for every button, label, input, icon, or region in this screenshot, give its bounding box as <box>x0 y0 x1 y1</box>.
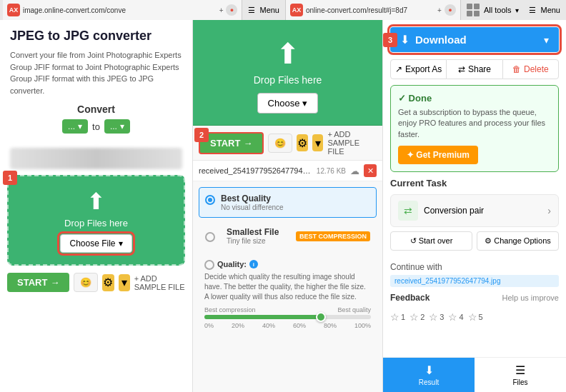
delete-icon: 🗑 <box>512 64 521 74</box>
file-size: 12.76 KB <box>317 167 346 175</box>
start-over-button[interactable]: ↺ Start over <box>390 231 472 251</box>
share-label: Share <box>468 64 491 74</box>
star-1[interactable]: ☆ 1 <box>390 311 405 323</box>
settings-button-large[interactable]: ⚙ <box>297 134 308 151</box>
left-tab[interactable]: AX image.online-convert.com/conve + ● <box>3 0 242 20</box>
upload-sm-icon: ⬆ <box>16 188 177 215</box>
all-tools-label[interactable]: All tools <box>484 6 512 14</box>
download-label: Download <box>415 34 538 46</box>
convert-label: Convert <box>10 104 182 115</box>
quality-custom-desc: Decide which quality the resulting image… <box>204 272 371 302</box>
continue-with-label: Continue with <box>390 262 559 272</box>
continue-section: Continue with received_2541977952647794.… <box>390 262 559 287</box>
change-options-button[interactable]: ⚙ Change Options <box>477 231 559 251</box>
download-chevron-icon: ▾ <box>544 34 549 46</box>
pct-0: 0% <box>204 322 214 329</box>
settings-button-small[interactable]: ⚙ <box>102 274 114 291</box>
download-icon: ⬇ <box>400 33 409 46</box>
chevron-button-large[interactable]: ▾ <box>312 134 324 151</box>
conversion-pair-row[interactable]: ⇄ Conversion pair › <box>390 194 559 227</box>
best-compression-badge: BEST COMPRESSION <box>296 231 370 241</box>
star3-icon: ☆ <box>429 311 438 323</box>
from-select[interactable]: ... ▾ <box>62 119 88 134</box>
right-tab-url: online-convert.com/result#j=8d7 <box>306 6 432 14</box>
star2-icon: ☆ <box>409 311 419 323</box>
drop-text-sm: Drop Files here <box>16 218 177 228</box>
converter-title: JPEG to JPG converter <box>10 29 182 44</box>
left-tab-url: image.online-convert.com/conve <box>23 6 217 14</box>
tab-close-icon[interactable]: ● <box>226 4 237 16</box>
tab-close2-icon[interactable]: ● <box>445 4 456 16</box>
new-tab-btn2[interactable]: + <box>437 6 442 14</box>
pct-100: 100% <box>354 322 371 329</box>
share-button[interactable]: ⇄ Share <box>447 59 502 79</box>
quality-smallest-radio[interactable] <box>205 232 215 242</box>
start-button-small[interactable]: START → <box>7 273 69 292</box>
stars-row: ☆ 1 ☆ 2 ☆ 3 ☆ 4 ☆ 5 <box>383 308 566 328</box>
premium-button[interactable]: ✦ Get Premium <box>398 146 478 164</box>
grid-icon[interactable] <box>467 4 480 16</box>
drop-zone-small[interactable]: ⬆ Drop Files here Choose File ▾ 1 <box>7 175 185 266</box>
hamburger2-icon[interactable]: ☰ <box>529 6 536 15</box>
emoji-button-small[interactable]: 😊 <box>74 273 98 292</box>
quality-label-text: Quality: <box>217 260 247 268</box>
quality-best-radio[interactable] <box>205 195 215 205</box>
star5-icon: ☆ <box>468 311 477 323</box>
files-nav-item[interactable]: ☰ Files <box>475 358 566 392</box>
star-4[interactable]: ☆ 4 <box>448 311 463 323</box>
feedback-section: Feedback Help us improve <box>390 293 559 303</box>
range-min-label: Best compression <box>204 306 256 313</box>
star-5[interactable]: ☆ 5 <box>468 311 483 323</box>
files-icon: ☰ <box>515 363 525 377</box>
share-icon: ⇄ <box>458 64 465 74</box>
quality-range-bar <box>204 315 371 319</box>
conversion-icon: ⇄ <box>398 201 418 221</box>
export-as-button[interactable]: ↗ Export As <box>390 59 447 79</box>
add-sample-small[interactable]: + ADD SAMPLE FILE <box>134 274 185 291</box>
file-remove-button[interactable]: ✕ <box>364 164 377 177</box>
quality-smallest-option[interactable]: Smallest File Tiny file size BEST COMPRE… <box>199 221 377 251</box>
add-sample-large[interactable]: + ADD SAMPLE FILE <box>327 130 377 156</box>
right-logo: AX <box>290 4 303 16</box>
choose-file-label-small: Choose File <box>69 238 115 248</box>
pct-20: 20% <box>232 322 244 329</box>
export-icon: ↗ <box>395 64 402 74</box>
start-button-large[interactable]: 2 START → <box>199 132 264 154</box>
star5-label: 5 <box>479 313 483 321</box>
drop-zone-large[interactable]: ⬆ Drop Files here Choose ▾ <box>193 20 382 126</box>
result-nav-item[interactable]: ⬇ Result <box>383 358 475 392</box>
start-label-small: START <box>17 277 47 288</box>
done-desc: Get a subscription to bypass the queue, … <box>398 107 551 140</box>
right-tab[interactable]: AX online-convert.com/result#j=8d7 + ● <box>286 0 461 20</box>
star-2[interactable]: ☆ 2 <box>409 311 424 323</box>
quality-custom-radio[interactable] <box>204 260 214 270</box>
quality-best-option[interactable]: Best Quality No visual difference <box>199 187 377 218</box>
choose-file-button-large[interactable]: Choose ▾ <box>257 93 319 114</box>
choose-file-button-small[interactable]: Choose File ▾ <box>60 234 131 253</box>
to-chevron-icon: ▾ <box>120 121 124 131</box>
right-menu-label[interactable]: Menu <box>540 6 560 14</box>
pct-80: 80% <box>324 322 337 329</box>
download-button[interactable]: 3 ⬇ Download ▾ <box>390 27 559 52</box>
delete-button[interactable]: 🗑 Delete <box>502 59 559 79</box>
star4-icon: ☆ <box>448 311 457 323</box>
chevron-button-small[interactable]: ▾ <box>119 274 130 291</box>
tab-bar: AX image.online-convert.com/conve + ● ☰ … <box>0 0 566 20</box>
change-options-label: ⚙ Change Options <box>485 236 551 246</box>
start-area: 2 START → 😊 ⚙ ▾ + ADD SAMPLE FILE <box>193 126 382 161</box>
new-tab-btn[interactable]: + <box>219 6 224 14</box>
feedback-label: Feedback <box>390 293 430 303</box>
left-logo: AX <box>7 4 20 16</box>
quality-range-thumb[interactable] <box>316 312 326 322</box>
left-menu-label[interactable]: Menu <box>259 6 279 14</box>
star-3[interactable]: ☆ 3 <box>429 311 444 323</box>
done-title: ✓ Done <box>398 93 551 104</box>
star1-label: 1 <box>401 313 405 321</box>
from-chevron-icon: ▾ <box>78 121 82 131</box>
quality-info-icon: i <box>249 260 258 268</box>
hamburger-icon[interactable]: ☰ <box>248 6 255 15</box>
chevron-down-icon[interactable]: ▾ <box>515 6 519 14</box>
step3-badge: 3 <box>383 33 397 47</box>
to-select[interactable]: ... ▾ <box>104 119 130 134</box>
emoji-button-large[interactable]: 😊 <box>268 134 292 153</box>
